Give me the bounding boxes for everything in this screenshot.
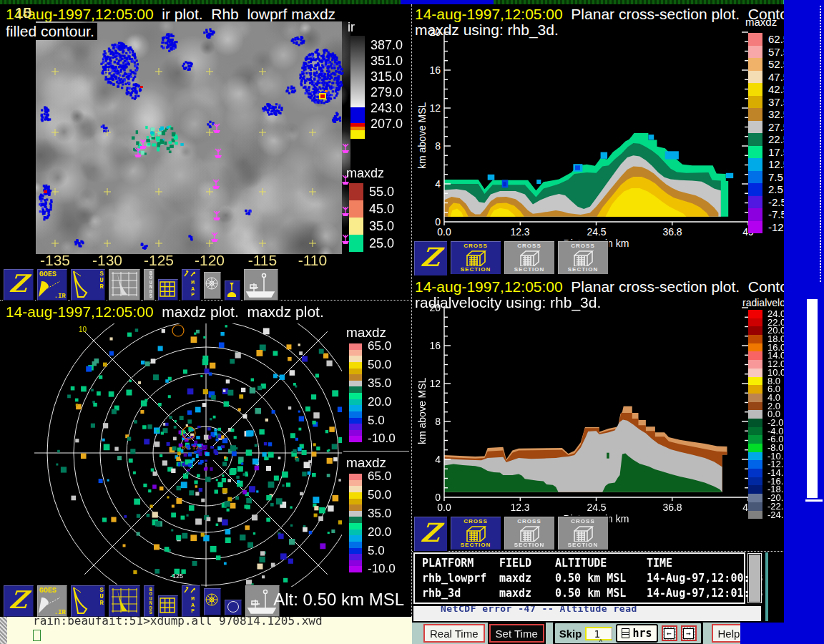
- buoy-button[interactable]: [224, 280, 241, 301]
- map-button[interactable]: MAP: [181, 585, 201, 618]
- colorbar-tick-label: 65.0: [368, 474, 391, 480]
- colorbar-swatch: [748, 83, 762, 96]
- radar-ppi-display[interactable]: [4, 323, 342, 587]
- help-label: Help: [718, 628, 740, 640]
- table-header-cell: FIELD: [499, 556, 555, 571]
- satellite-ir-image[interactable]: [36, 21, 350, 254]
- desktop-right-strip: [784, 0, 824, 644]
- colorbar-swatch: [748, 343, 762, 352]
- step-back-button[interactable]: ←: [662, 625, 677, 641]
- colorbar-swatch: [349, 424, 362, 430]
- xterm-window[interactable]: rain:beaufait:51>xdump.all 970814.1205.x…: [0, 617, 412, 644]
- time-cell: 14-Aug-97,12:00:13: [647, 571, 763, 586]
- ship-button[interactable]: [243, 268, 279, 301]
- table-scrollbar[interactable]: [748, 554, 761, 602]
- map-arrows-icon: [182, 585, 199, 595]
- colorbar-swatch: [748, 511, 762, 519]
- colorbar-swatch: [748, 351, 762, 360]
- colorbar-tick-label: 279.0: [371, 85, 403, 100]
- map-button[interactable]: MAP: [181, 268, 201, 301]
- grid-icon: [158, 279, 177, 299]
- section-label: SECTION: [568, 266, 599, 273]
- azimuth-wheel-button[interactable]: [203, 271, 222, 300]
- surveillance-radar-button[interactable]: SUR: [70, 585, 106, 618]
- x-tick-label: -135: [40, 252, 70, 269]
- y-tick-label: 4: [435, 454, 441, 464]
- set-time-button[interactable]: Set Time: [489, 624, 544, 643]
- goes-ir-button[interactable]: GOES .IR: [36, 268, 68, 301]
- xterm-scrollbar[interactable]: [0, 617, 7, 644]
- zebra-logo-button[interactable]: Z: [3, 268, 34, 301]
- platform-status-table: PLATFORMFIELDALTITUDETIME rhb_lowprfmaxd…: [413, 552, 745, 604]
- zebra-logo-button[interactable]: Z: [413, 516, 448, 552]
- x-tick-label: 36.8: [662, 502, 682, 513]
- cross-section-button-2[interactable]: CROSS SECTION: [504, 240, 555, 275]
- grid-button[interactable]: [157, 278, 179, 301]
- colorbar-swatch: [349, 511, 362, 517]
- radar-grid-button[interactable]: [108, 585, 141, 618]
- colorbar-swatch: [349, 381, 362, 387]
- colorbar-tick-label: 50.0: [368, 362, 391, 369]
- surveillance-radar-button[interactable]: SUR: [70, 268, 106, 301]
- time-control-bar: Real Time Set Time Skip 1 ^ hrs ← → Help…: [412, 621, 740, 644]
- ship-icon: [244, 269, 277, 299]
- cross-label: CROSS: [571, 243, 594, 249]
- colorbar-segment: 5.0: [349, 418, 396, 424]
- colorbar-segment: -10.0: [349, 436, 396, 442]
- goes-ir-button[interactable]: GOES .IR: [36, 585, 68, 618]
- x-tick-labels: 0.012.324.536.849: [436, 226, 757, 238]
- colorbar-swatch: [349, 356, 362, 362]
- y-tick-label: 12: [429, 103, 441, 113]
- colorbar-tick-label: 243.0: [371, 101, 403, 116]
- bounds-button[interactable]: BOUNDS: [143, 585, 155, 618]
- x-tick-labels: 0.012.324.536.849: [436, 502, 757, 513]
- bounds-button[interactable]: BOUNDS: [143, 268, 155, 301]
- zebra-logo-button[interactable]: Z: [3, 585, 34, 618]
- time-cell: 14-Aug-97,12:01:13: [647, 586, 763, 601]
- colorbar-swatch: [349, 504, 362, 511]
- cross-label: CROSS: [464, 518, 487, 525]
- colorbar-segment: 35.0: [349, 218, 394, 235]
- colorbar-swatch: [748, 58, 762, 71]
- azimuth-wheel-button[interactable]: [203, 587, 222, 616]
- section-label: SECTION: [514, 542, 545, 548]
- text-cursor: [33, 630, 41, 641]
- step-forward-button[interactable]: →: [681, 625, 697, 641]
- field-cell: maxdz: [499, 571, 555, 586]
- circle-button[interactable]: [224, 599, 242, 616]
- zebra-z-glyph: Z: [2, 269, 35, 298]
- units-menu-button[interactable]: hrs: [616, 624, 657, 643]
- x-tick-label: -130: [92, 252, 122, 269]
- field-cell: maxdz: [499, 586, 555, 601]
- radar-grid-button[interactable]: [108, 268, 141, 301]
- y-tick-label: 16: [429, 341, 441, 351]
- x-tick-label: -110: [298, 252, 327, 269]
- teal-divider: [765, 552, 768, 621]
- y-tick-label: 0: [435, 217, 441, 227]
- colorbar-tick-label: -10.0: [368, 566, 396, 572]
- right-dotted-line: [820, 6, 821, 282]
- cross-section-button-2[interactable]: CROSS SECTION: [504, 516, 555, 550]
- cross-section-button-1[interactable]: CROSS SECTION: [450, 240, 501, 275]
- colorbar-segment: -10.0: [349, 566, 396, 572]
- colorbar-swatch: [349, 235, 363, 252]
- colorbar-swatch: [748, 221, 762, 234]
- grid-button[interactable]: [157, 595, 179, 618]
- grid-icon: [158, 595, 177, 615]
- colorbar-swatch: [349, 386, 362, 393]
- cross-section-button-3[interactable]: CROSS SECTION: [557, 516, 609, 550]
- maxdz-colorbar-1: 65.050.035.020.05.0-10.0: [349, 343, 396, 442]
- cross-section-button-3[interactable]: CROSS SECTION: [557, 240, 609, 275]
- goes-label: GOES: [39, 587, 57, 595]
- cross-section-button-1[interactable]: CROSS SECTION: [450, 516, 501, 550]
- radar-grid-icon: [109, 269, 139, 299]
- x-tick-label: -120: [195, 252, 225, 269]
- real-time-button[interactable]: Real Time: [423, 624, 485, 643]
- colorbar-swatch: [748, 502, 762, 511]
- x-tick-label: 0.0: [437, 226, 451, 238]
- ir-plot-panel: 14-aug-1997,12:05:00 ir plot. Rhb_lowprf…: [0, 4, 412, 301]
- maxdz-colorbar-2: 65.050.035.020.05.0-10.0: [349, 474, 396, 572]
- right-scrollbar-thumb[interactable]: [807, 299, 818, 498]
- colorbar-swatch: [748, 146, 762, 159]
- zebra-logo-button[interactable]: Z: [413, 240, 448, 276]
